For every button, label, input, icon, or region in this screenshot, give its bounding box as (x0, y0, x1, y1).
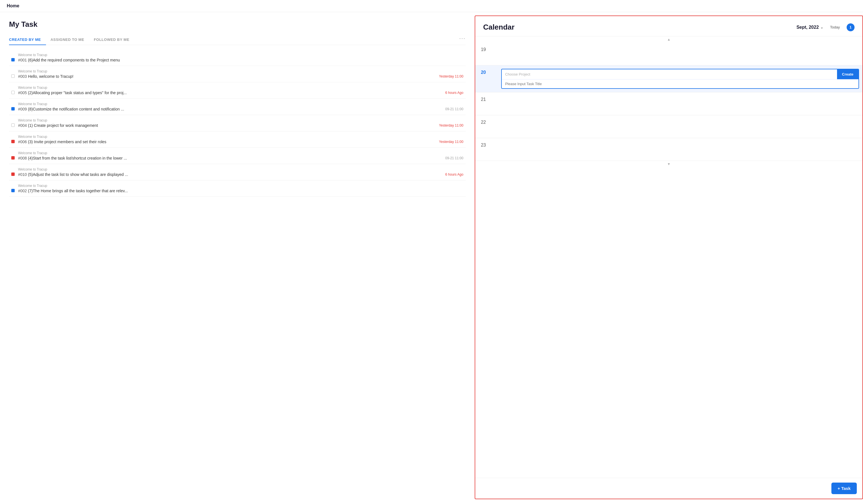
day-content (498, 138, 862, 161)
task-name: (5)Adjust the task list to show what tas… (28, 172, 128, 177)
task-time: 6 hours Ago (445, 172, 463, 177)
list-item: Welcome to Tracup #009 (8)Customize the … (9, 99, 466, 115)
tabs-bar: CREATED BY ME ASSIGNED TO ME FOLLOWED BY… (9, 35, 466, 45)
task-name: Hello, welcome to Tracup! (28, 74, 73, 79)
task-project: Welcome to Tracup (18, 53, 460, 57)
task-create-top: Choose Project Create (502, 69, 859, 79)
task-id: #009 (18, 107, 27, 111)
task-status-dot (11, 74, 15, 78)
calendar-nav: Sept, 2022 ⌄ Today 1 (797, 23, 854, 31)
task-name: (7)The Home brings all the tasks togethe… (28, 189, 128, 193)
task-project: Welcome to Tracup (18, 86, 442, 90)
task-id: #005 (18, 90, 27, 95)
scroll-down-icon[interactable]: ▼ (475, 161, 862, 167)
list-item: Welcome to Tracup #003 Hello, welcome to… (9, 66, 466, 82)
calendar-panel: Calendar Sept, 2022 ⌄ Today 1 ▲ 19 20 (475, 15, 863, 499)
list-item: Welcome to Tracup #004 (1) Create projec… (9, 115, 466, 131)
task-name: (1) Create project for work management (28, 123, 98, 128)
task-status-dot (11, 107, 15, 111)
task-content: Welcome to Tracup #010 (5)Adjust the tas… (18, 167, 442, 177)
create-button[interactable]: Create (837, 69, 859, 79)
task-id: #003 (18, 74, 27, 79)
tabs-more-button[interactable]: ··· (459, 35, 466, 44)
task-title: #004 (1) Create project for work managem… (18, 123, 436, 128)
task-id: #002 (18, 189, 27, 193)
tab-followed-by-me[interactable]: FOLLOWED BY ME (94, 35, 134, 45)
day-content (498, 92, 862, 115)
task-name: (4)Start from the task list/shortcut cre… (28, 156, 127, 160)
task-content: Welcome to Tracup #006 (3) Invite projec… (18, 135, 436, 144)
list-item: Welcome to Tracup #006 (3) Invite projec… (9, 131, 466, 148)
task-title: #009 (8)Customize the notification conte… (18, 107, 442, 111)
task-content: Welcome to Tracup #002 (7)The Home bring… (18, 184, 460, 193)
calendar-title: Calendar (483, 23, 514, 31)
project-selector[interactable]: Choose Project (502, 70, 837, 79)
task-content: Welcome to Tracup #003 Hello, welcome to… (18, 69, 436, 79)
list-item: Welcome to Tracup #002 (7)The Home bring… (9, 180, 466, 197)
task-status-dot (11, 58, 15, 62)
day-content-active: Choose Project Create (498, 65, 862, 92)
list-item: Welcome to Tracup #010 (5)Adjust the tas… (9, 164, 466, 180)
task-list: Welcome to Tracup #001 (6)Add the requir… (9, 50, 466, 495)
calendar-body: ▲ 19 20 Choose Project Create (475, 36, 862, 478)
task-status-dot (11, 91, 15, 94)
task-time: 6 hours Ago (445, 91, 463, 95)
task-title-input[interactable] (502, 79, 859, 88)
app-header: Home (0, 0, 863, 12)
task-time: Yesterday 11:00 (439, 140, 463, 144)
task-name: (3) Invite project members and set their… (28, 140, 107, 144)
task-id: #001 (18, 58, 27, 62)
scroll-up-icon[interactable]: ▲ (475, 36, 862, 42)
today-button[interactable]: Today (828, 24, 842, 30)
header-title: Home (7, 3, 19, 8)
day-number: 23 (475, 138, 498, 152)
task-title: #002 (7)The Home brings all the tasks to… (18, 189, 460, 193)
task-time: 09-21 11:00 (445, 156, 463, 160)
task-project: Welcome to Tracup (18, 184, 460, 188)
today-badge[interactable]: 1 (847, 23, 854, 31)
task-id: #006 (18, 140, 27, 144)
list-item: Welcome to Tracup #001 (6)Add the requir… (9, 50, 466, 66)
task-content: Welcome to Tracup #008 (4)Start from the… (18, 151, 442, 160)
task-project: Welcome to Tracup (18, 118, 436, 122)
task-project: Welcome to Tracup (18, 69, 436, 73)
calendar-day-row: 23 (475, 138, 862, 161)
tab-created-by-me[interactable]: CREATED BY ME (9, 35, 46, 45)
task-title: #006 (3) Invite project members and set … (18, 140, 436, 144)
task-status-dot (11, 124, 15, 127)
task-content: Welcome to Tracup #005 (2)Allocating pro… (18, 86, 442, 95)
task-name: (2)Allocating proper "task status and ty… (28, 90, 127, 95)
my-task-title: My Task (9, 20, 466, 29)
task-time: Yesterday 11:00 (439, 74, 463, 78)
task-status-dot (11, 172, 15, 176)
calendar-day-row: 22 (475, 115, 862, 138)
calendar-day-row-active: 20 Choose Project Create (475, 65, 862, 92)
month-label: Sept, 2022 (797, 25, 819, 30)
task-status-dot (11, 189, 15, 192)
day-content (498, 42, 862, 65)
task-project: Welcome to Tracup (18, 151, 442, 155)
tab-assigned-to-me[interactable]: ASSIGNED TO ME (51, 35, 89, 45)
task-project: Welcome to Tracup (18, 167, 442, 171)
task-time: 09-21 11:00 (445, 107, 463, 111)
day-content (498, 115, 862, 138)
calendar-header: Calendar Sept, 2022 ⌄ Today 1 (475, 16, 862, 36)
task-id: #008 (18, 156, 27, 160)
calendar-day-row: 19 (475, 42, 862, 65)
task-id: #004 (18, 123, 27, 128)
month-selector[interactable]: Sept, 2022 ⌄ (797, 25, 823, 30)
task-title: #008 (4)Start from the task list/shortcu… (18, 156, 442, 160)
list-item: Welcome to Tracup #005 (2)Allocating pro… (9, 82, 466, 99)
add-task-button[interactable]: + Task (831, 482, 857, 494)
task-status-dot (11, 140, 15, 143)
calendar-footer: + Task (475, 478, 862, 499)
task-create-form: Choose Project Create (501, 69, 859, 89)
task-status-dot (11, 156, 15, 159)
left-panel: My Task CREATED BY ME ASSIGNED TO ME FOL… (0, 12, 475, 503)
day-number: 20 (475, 65, 498, 79)
task-project: Welcome to Tracup (18, 102, 442, 106)
day-number: 22 (475, 115, 498, 129)
task-name: (6)Add the required components to the Pr… (28, 58, 120, 62)
calendar-day-row: 21 (475, 92, 862, 115)
main-layout: My Task CREATED BY ME ASSIGNED TO ME FOL… (0, 12, 863, 503)
